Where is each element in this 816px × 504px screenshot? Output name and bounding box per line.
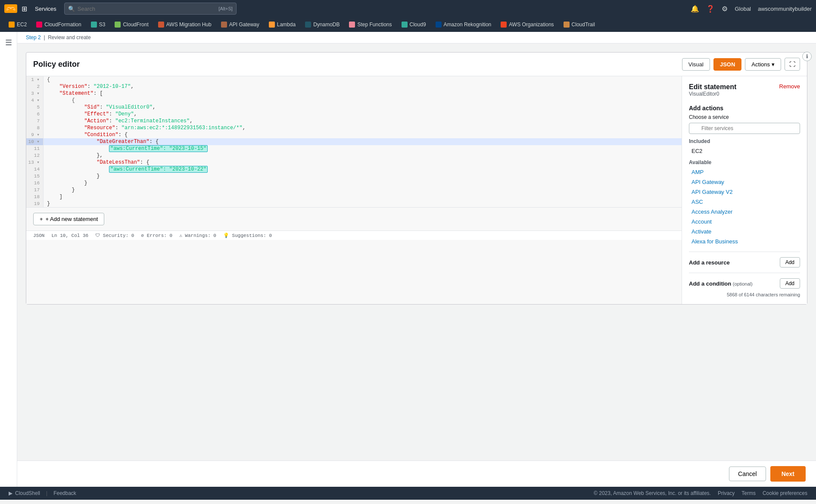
notifications-icon[interactable]: 🔔: [691, 5, 699, 13]
add-condition-button[interactable]: Add: [780, 278, 800, 289]
code-editor[interactable]: 1 ▾ { 2 "Version": "2012-10-17", 3 ▾: [26, 76, 682, 304]
policy-editor: Policy editor Visual JSON Actions ▾ ⛶: [26, 52, 807, 305]
tab-step-functions[interactable]: Step Functions: [345, 20, 396, 29]
tab-s3[interactable]: S3: [87, 20, 110, 29]
editor-title: Policy editor: [33, 60, 679, 69]
table-row: 11 "aws:CurrentTime": "2023-10-15": [26, 145, 682, 152]
add-statement-button[interactable]: + + Add new statement: [33, 213, 104, 225]
tab-lambda[interactable]: Lambda: [265, 20, 300, 29]
add-condition-section: Add a condition (optional) Add: [689, 278, 800, 289]
panel-header: Edit statement VisualEditor0 Remove: [689, 83, 800, 103]
table-row: 4 ▾ {: [26, 97, 682, 104]
table-row: 17 }: [26, 187, 682, 193]
table-row: 5 "Sid": "VisualEditor0",: [26, 104, 682, 111]
available-label: Available: [689, 159, 800, 165]
tab-dynamodb[interactable]: DynamoDB: [301, 20, 344, 29]
panel-divider: [689, 252, 800, 252]
tab-migration-hub[interactable]: AWS Migration Hub: [154, 20, 216, 29]
cloudtrail-icon: [564, 22, 570, 28]
table-row: 13 ▾ "DateLessThan": {: [26, 159, 682, 166]
main-layout: ☰ Step 2 | Review and create Policy edit…: [0, 32, 816, 487]
search-shortcut: [Alt+S]: [218, 6, 233, 11]
account-name[interactable]: awscommunitybuilder: [758, 6, 812, 12]
list-item[interactable]: Access Analyzer: [689, 207, 800, 217]
visual-button[interactable]: Visual: [682, 58, 710, 71]
table-row: 15 }: [26, 173, 682, 180]
sidebar: ☰: [0, 32, 17, 487]
included-label: Included: [689, 138, 800, 144]
list-item[interactable]: Alexa for Business: [689, 236, 800, 246]
info-icon[interactable]: ℹ: [802, 52, 812, 61]
rekognition-icon: [436, 22, 442, 28]
right-panel: Edit statement VisualEditor0 Remove Add …: [682, 76, 807, 304]
cookie-link[interactable]: Cookie preferences: [763, 490, 807, 496]
warning-icon: ⚠: [179, 233, 182, 238]
chevron-down-icon: ▾: [772, 61, 775, 68]
table-row: 7 "Action": "ec2:TerminateInstances",: [26, 118, 682, 124]
feedback-label[interactable]: Feedback: [53, 490, 76, 496]
next-button[interactable]: Next: [770, 466, 806, 482]
remove-button[interactable]: Remove: [779, 83, 800, 90]
settings-icon[interactable]: ⚙: [722, 5, 728, 13]
add-condition-optional: (optional): [733, 281, 753, 286]
table-row: 16 }: [26, 180, 682, 187]
tab-organizations[interactable]: AWS Organizations: [496, 20, 558, 29]
choose-service-label: Choose a service: [689, 114, 800, 120]
page-footer: ▶ CloudShell | Feedback © 2023, Amazon W…: [0, 487, 816, 500]
top-search-bar[interactable]: 🔍 [Alt+S]: [64, 3, 237, 15]
list-item[interactable]: Activate: [689, 227, 800, 236]
tab-api-gateway[interactable]: API Gateway: [217, 20, 264, 29]
filter-services-input[interactable]: [689, 123, 800, 134]
aws-logo[interactable]: [4, 4, 17, 13]
privacy-link[interactable]: Privacy: [718, 490, 735, 496]
add-resource-section: Add a resource Add: [689, 257, 800, 268]
panel-divider-2: [689, 273, 800, 273]
table-row: 12 },: [26, 152, 682, 159]
breadcrumb-label: Review and create: [48, 34, 90, 40]
region-selector[interactable]: Global: [735, 6, 751, 12]
list-item[interactable]: EC2: [689, 146, 800, 156]
ec2-icon: [9, 22, 15, 28]
tab-cloudfront[interactable]: CloudFront: [110, 20, 153, 29]
breadcrumb: Step 2 | Review and create: [17, 32, 816, 44]
list-item[interactable]: ASC: [689, 197, 800, 207]
table-row: 6 "Effect": "Deny",: [26, 111, 682, 118]
split-pane: 1 ▾ { 2 "Version": "2012-10-17", 3 ▾: [26, 76, 807, 304]
add-resource-button[interactable]: Add: [780, 257, 800, 268]
actions-button[interactable]: Actions ▾: [745, 58, 781, 71]
add-actions-title: Add actions: [689, 105, 800, 112]
list-item[interactable]: API Gateway V2: [689, 187, 800, 197]
cancel-button[interactable]: Cancel: [729, 467, 766, 481]
help-icon[interactable]: ❓: [706, 5, 715, 13]
cursor-position: Ln 10, Col 36: [51, 233, 88, 238]
tab-cloudformation[interactable]: CloudFormation: [32, 20, 85, 29]
services-nav-button[interactable]: Services: [31, 4, 60, 14]
terms-link[interactable]: Terms: [741, 490, 756, 496]
list-item[interactable]: Account: [689, 217, 800, 227]
json-button[interactable]: JSON: [713, 58, 741, 71]
dynamodb-icon: [305, 22, 311, 28]
panel-subtitle: VisualEditor0: [689, 91, 736, 97]
copyright: © 2023, Amazon Web Services, Inc. or its…: [594, 490, 711, 496]
tab-cloud9[interactable]: Cloud9: [397, 20, 430, 29]
top-navigation: ⊞ Services 🔍 [Alt+S] 🔔 ❓ ⚙ Global awscom…: [0, 0, 816, 17]
search-input[interactable]: [78, 6, 216, 12]
list-item[interactable]: API Gateway: [689, 177, 800, 187]
tab-rekognition[interactable]: Amazon Rekognition: [431, 20, 496, 29]
s3-icon: [91, 22, 97, 28]
grid-icon[interactable]: ⊞: [22, 5, 27, 13]
sidebar-toggle[interactable]: ☰: [3, 35, 15, 50]
table-row: 1 ▾ {: [26, 76, 682, 83]
list-item[interactable]: AMP: [689, 167, 800, 177]
cloudshell-label[interactable]: CloudShell: [15, 490, 40, 496]
organizations-icon: [501, 22, 507, 28]
table-row: 9 ▾ "Condition": {: [26, 131, 682, 138]
filter-wrap: 🔍: [689, 123, 800, 134]
tab-ec2[interactable]: EC2: [4, 20, 31, 29]
step-link[interactable]: Step 2: [26, 34, 41, 40]
expand-button[interactable]: ⛶: [785, 58, 800, 71]
content-area: Step 2 | Review and create Policy editor…: [17, 32, 816, 487]
editor-header: Policy editor Visual JSON Actions ▾ ⛶: [26, 53, 807, 76]
tab-cloudtrail[interactable]: CloudTrail: [559, 20, 599, 29]
api-gateway-icon: [221, 22, 227, 28]
